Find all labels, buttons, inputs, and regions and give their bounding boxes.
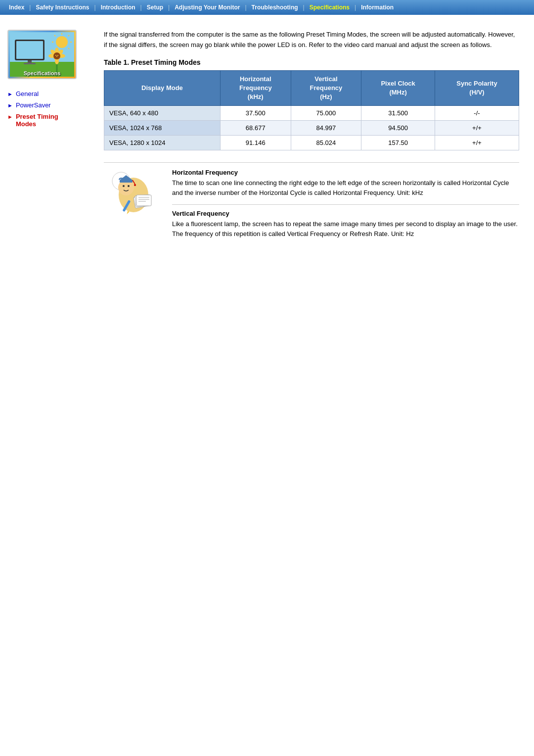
nav-introduction[interactable]: Introduction <box>97 3 139 12</box>
svg-point-38 <box>128 185 130 187</box>
horizontal-freq-title: Horizontal Frequency <box>172 169 519 176</box>
sidebar-logo-label: Specifications <box>8 70 76 76</box>
nav-information[interactable]: Information <box>357 3 398 12</box>
nav-specifications[interactable]: Specifications <box>306 3 354 12</box>
row2-sync: +/+ <box>435 121 519 136</box>
th-horizontal-freq: HorizontalFrequency(kHz) <box>220 70 291 106</box>
sidebar-item-general[interactable]: ► General <box>7 89 89 98</box>
main-container: Specifications ► General ► PowerSaver ► … <box>0 15 534 265</box>
sidebar-item-preset-label: Preset TimingModes <box>16 113 58 128</box>
row1-sync: -/- <box>435 106 519 121</box>
sidebar: Specifications ► General ► PowerSaver ► … <box>0 25 94 255</box>
info-divider <box>172 204 519 205</box>
table-row: VESA, 640 x 480 37.500 75.000 31.500 -/- <box>104 106 519 121</box>
sidebar-item-powersaver[interactable]: ► PowerSaver <box>7 100 89 110</box>
sidebar-item-powersaver-label: PowerSaver <box>16 101 51 109</box>
nav-sep-4: | <box>167 4 171 11</box>
navbar: Index | Safety Instructions | Introducti… <box>0 0 534 15</box>
svg-rect-30 <box>136 195 151 206</box>
th-vertical-freq: VerticalFrequency(Hz) <box>291 70 361 106</box>
svg-point-22 <box>55 55 56 56</box>
svg-line-11 <box>54 35 55 36</box>
th-pixel-clock: Pixel Clock(MHz) <box>361 70 435 106</box>
row1-display-mode: VESA, 640 x 480 <box>104 106 221 121</box>
table-row: VESA, 1024 x 768 68.677 84.997 94.500 +/… <box>104 121 519 136</box>
nav-sep-5: | <box>244 4 247 11</box>
nav-sep-7: | <box>354 4 357 11</box>
nav-sep-6: | <box>302 4 306 11</box>
row2-display-mode: VESA, 1024 x 768 <box>104 121 221 136</box>
nav-index[interactable]: Index <box>5 3 28 12</box>
row1-pixel-clock: 31.500 <box>361 106 435 121</box>
sidebar-logo: Specifications <box>7 30 77 79</box>
arrow-general-icon: ► <box>7 91 13 97</box>
svg-line-8 <box>68 35 69 36</box>
svg-point-24 <box>56 56 57 57</box>
nav-troubleshooting[interactable]: Troubleshooting <box>248 3 302 12</box>
svg-rect-5 <box>24 63 36 64</box>
row3-h-freq: 91.146 <box>220 136 291 150</box>
intro-paragraph: If the signal transferred from the compu… <box>104 30 519 50</box>
svg-rect-39 <box>120 180 133 183</box>
sidebar-item-general-label: General <box>16 90 39 97</box>
row3-v-freq: 85.024 <box>291 136 361 150</box>
vertical-freq-body: Like a fluorescent lamp, the screen has … <box>172 219 519 238</box>
vertical-freq-title: Vertical Frequency <box>172 210 519 217</box>
table-row: VESA, 1280 x 1024 91.146 85.024 157.50 +… <box>104 136 519 150</box>
nav-sep-3: | <box>139 4 143 11</box>
timing-table: Display Mode HorizontalFrequency(kHz) Ve… <box>104 70 519 151</box>
table-title: Table 1. Preset Timing Modes <box>104 58 519 66</box>
info-text-block: Horizontal Frequency The time to scan on… <box>172 169 519 245</box>
nav-sep-1: | <box>28 4 32 11</box>
row1-h-freq: 37.500 <box>220 106 291 121</box>
nav-adjusting[interactable]: Adjusting Your Monitor <box>171 3 244 12</box>
sidebar-nav: ► General ► PowerSaver ► Preset TimingMo… <box>7 89 89 129</box>
row3-pixel-clock: 157.50 <box>361 136 435 150</box>
row3-display-mode: VESA, 1280 x 1024 <box>104 136 221 150</box>
svg-point-42 <box>134 184 136 186</box>
arrow-preset-icon: ► <box>7 114 13 120</box>
th-display-mode: Display Mode <box>104 70 221 106</box>
nav-setup[interactable]: Setup <box>143 3 167 12</box>
svg-rect-3 <box>16 41 43 59</box>
row2-h-freq: 68.677 <box>220 121 291 136</box>
svg-line-10 <box>68 48 69 49</box>
horizontal-freq-body: The time to scan one line connecting the… <box>172 178 519 197</box>
row2-pixel-clock: 94.500 <box>361 121 435 136</box>
th-sync-polarity: Sync Polarity(H/V) <box>435 70 519 106</box>
nav-sep-2: | <box>93 4 97 11</box>
arrow-powersaver-icon: ► <box>7 102 13 108</box>
sidebar-item-preset-timing[interactable]: ► Preset TimingModes <box>7 112 89 129</box>
content-area: If the signal transferred from the compu… <box>94 25 534 255</box>
svg-point-6 <box>56 36 68 48</box>
nav-safety[interactable]: Safety Instructions <box>32 3 93 12</box>
info-section: ? <box>104 162 519 245</box>
row3-sync: +/+ <box>435 136 519 150</box>
svg-point-23 <box>57 55 58 56</box>
svg-point-37 <box>123 185 125 187</box>
row1-v-freq: 75.000 <box>291 106 361 121</box>
row2-v-freq: 84.997 <box>291 121 361 136</box>
info-illustration: ? <box>104 169 163 218</box>
